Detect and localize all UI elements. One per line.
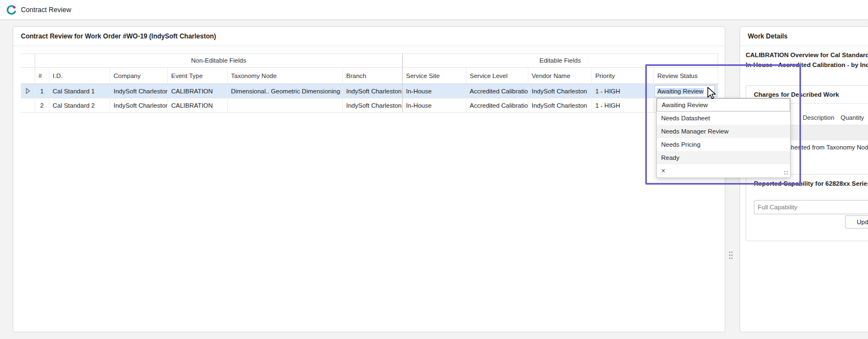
cell-service-site[interactable]: In-House xyxy=(403,84,466,98)
column-header-branch[interactable]: Branch xyxy=(343,68,403,84)
work-order-items-grid: Non-Editable Fields Editable Fields # I.… xyxy=(21,53,718,113)
table-row[interactable]: 2 Cal Standard 2 IndySoft Charleston CAL… xyxy=(21,98,718,113)
contract-review-panel: Contract Review for Work Order #WO-19 (I… xyxy=(13,26,725,332)
resize-grip-icon[interactable] xyxy=(784,170,788,175)
column-header-id[interactable]: I.D. xyxy=(49,68,110,84)
capability-input[interactable] xyxy=(754,200,868,214)
group-header-non-editable: Non-Editable Fields xyxy=(35,53,403,68)
cell-priority[interactable]: 1 - HIGH xyxy=(592,84,654,98)
cell-priority[interactable]: 1 - HIGH xyxy=(592,98,654,113)
column-header-service-site[interactable]: Service Site xyxy=(403,68,466,84)
cell-num: 2 xyxy=(35,98,49,113)
group-header-spacer xyxy=(21,53,35,68)
column-header-num[interactable]: # xyxy=(35,68,49,84)
column-header-taxonomy-node[interactable]: Taxonomy Node xyxy=(228,68,343,84)
work-details-title: Work Details xyxy=(740,27,868,46)
cell-service-level[interactable]: Accredited Calibration xyxy=(466,84,528,98)
review-status-combobox[interactable]: Awaiting Review xyxy=(655,85,715,97)
column-header-selector xyxy=(21,68,35,84)
charges-col-description: Description xyxy=(803,110,835,125)
app-title: Contract Review xyxy=(21,6,71,14)
table-row[interactable]: 1 Cal Standard 1 IndySoft Charleston CAL… xyxy=(21,84,718,98)
cell-id: Cal Standard 1 xyxy=(49,84,110,98)
review-status-dropdown: Awaiting Review Needs Datasheet Needs Ma… xyxy=(656,98,791,178)
charges-col-quantity: Quantity xyxy=(841,110,864,125)
row-expand-arrow-icon[interactable] xyxy=(21,84,35,98)
cell-company: IndySoft Charleston xyxy=(110,98,168,113)
cell-branch: IndySoft Charleston xyxy=(343,98,403,113)
panel-splitter-handle[interactable] xyxy=(728,248,734,262)
dropdown-clear-row[interactable]: × xyxy=(657,164,790,177)
cell-event-type: CALIBRATION xyxy=(168,98,228,113)
app-header: Contract Review xyxy=(0,0,868,20)
group-header-editable: Editable Fields xyxy=(403,53,718,68)
dropdown-option-needs-manager-review[interactable]: Needs Manager Review xyxy=(657,125,790,138)
column-header-priority[interactable]: Priority xyxy=(592,68,654,84)
column-header-company[interactable]: Company xyxy=(110,68,168,84)
column-header-event-type[interactable]: Event Type xyxy=(168,68,228,84)
cell-num: 1 xyxy=(35,84,49,98)
contract-review-panel-title: Contract Review for Work Order #WO-19 (I… xyxy=(13,27,725,46)
clear-icon[interactable]: × xyxy=(661,164,666,177)
review-status-value: Awaiting Review xyxy=(657,88,704,95)
cell-service-level[interactable]: Accredited Calibration xyxy=(466,98,528,113)
reported-capability-panel: Reported Capability for 62828xx Series U… xyxy=(746,174,868,241)
row-selector-cell[interactable] xyxy=(21,98,35,113)
column-header-review-status[interactable]: Review Status xyxy=(654,68,718,84)
grid-group-header-row: Non-Editable Fields Editable Fields xyxy=(21,53,718,68)
dropdown-option-needs-pricing[interactable]: Needs Pricing xyxy=(657,138,790,151)
cell-branch: IndySoft Charleston xyxy=(343,84,403,98)
cell-event-type: CALIBRATION xyxy=(168,84,228,98)
cell-id: Cal Standard 2 xyxy=(49,98,110,113)
update-button[interactable]: Update xyxy=(845,215,868,229)
work-details-panel: Work Details CALIBRATION Overview for Ca… xyxy=(740,26,868,332)
grid-column-header-row: # I.D. Company Event Type Taxonomy Node … xyxy=(21,68,718,84)
calibration-overview-title: CALIBRATION Overview for Cal Standard 1 xyxy=(746,52,868,58)
cell-company: IndySoft Charleston xyxy=(110,84,168,98)
cell-vendor-name[interactable]: IndySoft Charleston xyxy=(528,98,592,113)
cell-taxonomy-node: Dimensional.. Geometric Dimensioning xyxy=(228,84,343,98)
cell-taxonomy-node xyxy=(228,98,343,113)
app-logo-icon xyxy=(7,5,16,15)
column-header-vendor-name[interactable]: Vendor Name xyxy=(528,68,592,84)
cell-vendor-name[interactable]: IndySoft Charleston xyxy=(528,84,592,98)
dropdown-option-awaiting-review[interactable]: Awaiting Review xyxy=(657,98,790,112)
calibration-overview-subtitle: In-House - Accredited Calibration - by I… xyxy=(746,62,868,68)
chevron-down-icon[interactable] xyxy=(707,88,712,95)
dropdown-option-ready[interactable]: Ready xyxy=(657,151,790,164)
cell-review-status[interactable]: Awaiting Review xyxy=(654,84,718,98)
cell-service-site[interactable]: In-House xyxy=(403,98,466,113)
dropdown-option-needs-datasheet[interactable]: Needs Datasheet xyxy=(657,112,790,125)
column-header-service-level[interactable]: Service Level xyxy=(466,68,528,84)
